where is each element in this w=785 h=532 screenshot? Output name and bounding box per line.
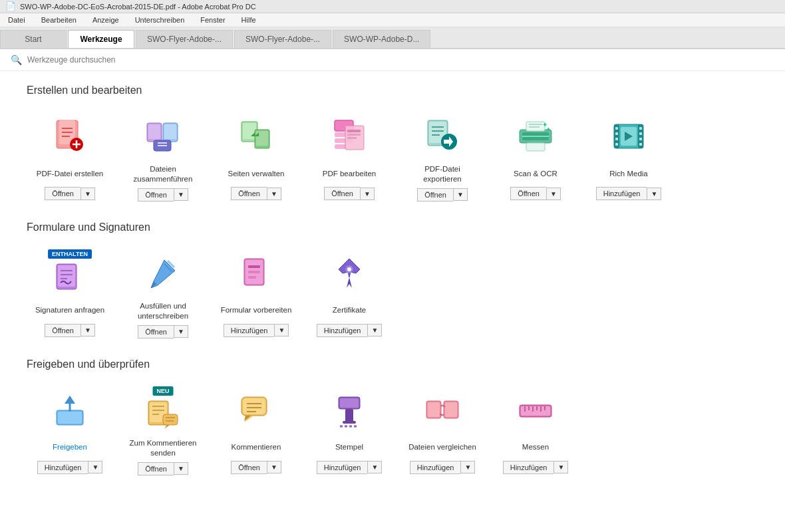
tool-vergleichen: Dateien vergleichen Hinzufügen ▼ — [399, 386, 486, 475]
menu-unterschreiben[interactable]: Unterschreiben — [132, 15, 188, 25]
tool-signaturen-arrow-btn[interactable]: ▼ — [80, 324, 95, 336]
tool-freigeben-icon-container — [46, 386, 94, 434]
tool-stempel-arrow-btn[interactable]: ▼ — [367, 461, 382, 473]
tool-ausfuellen-arrow-btn[interactable]: ▼ — [174, 325, 188, 338]
section-freigeben: Freigeben und überprüfen Freigeben — [27, 358, 758, 475]
tool-stempel-label: Stempel — [335, 438, 363, 457]
tool-zusammenfuehren-arrow-btn[interactable]: ▼ — [174, 188, 188, 201]
tool-rich-media-btn-group: Hinzufügen ▼ — [596, 187, 662, 200]
menu-datei[interactable]: Datei — [5, 15, 28, 25]
tool-kommentieren-senden-label: Zum Kommentierensenden — [130, 438, 197, 458]
svg-rect-26 — [347, 134, 361, 136]
tool-pdf-exportieren-icon-container — [418, 112, 466, 160]
search-input[interactable] — [27, 55, 227, 65]
signatures-icon — [51, 259, 88, 296]
tool-grid-formulare: ENTHALTEN Signaturen anfragen Öffnen ▼ — [27, 249, 758, 338]
tool-rich-media: Rich Media Hinzufügen ▼ — [585, 112, 672, 201]
tool-kommentieren-btn-group: Öffnen ▼ — [231, 461, 281, 474]
tool-pdf-erstellen-arrow-btn[interactable]: ▼ — [80, 188, 95, 200]
tool-formular-vorbereiten-arrow-btn[interactable]: ▼ — [274, 324, 289, 336]
tool-rich-media-add-btn[interactable]: Hinzufügen — [596, 187, 647, 200]
tool-ausfuellen-open-btn[interactable]: Öffnen — [138, 325, 174, 338]
tool-pdf-erstellen-open-btn[interactable]: Öffnen — [45, 187, 80, 200]
tool-formular-vorbereiten-add-btn[interactable]: Hinzufügen — [224, 324, 275, 337]
svg-marker-79 — [164, 425, 170, 429]
svg-rect-11 — [164, 124, 176, 139]
tool-signaturen-label: Signaturen anfragen — [35, 301, 104, 320]
tool-pdf-bearbeiten-btn-group: Öffnen ▼ — [324, 187, 375, 200]
title-text: SWO-WP-Adobe-DC-EoS-Acrobat-2015-DE.pdf … — [20, 3, 256, 11]
tool-freigeben-add-btn[interactable]: Hinzufügen — [37, 461, 88, 474]
tool-formular-vorbereiten: Formular vorbereiten Hinzufügen ▼ — [213, 249, 299, 338]
menu-fenster[interactable]: Fenster — [198, 15, 228, 25]
tool-kommentieren-label: Kommentieren — [232, 438, 281, 457]
tool-vergleichen-arrow-btn[interactable]: ▼ — [460, 461, 475, 473]
tool-zusammenfuehren: Dateienzusammenführen Öffnen ▼ — [120, 112, 206, 201]
svg-rect-47 — [615, 132, 618, 135]
menu-hilfe[interactable]: Hilfe — [239, 15, 259, 25]
tool-freigeben: Freigeben Hinzufügen ▼ — [27, 386, 113, 475]
tool-vergleichen-add-btn[interactable]: Hinzufügen — [410, 461, 461, 474]
tool-pdf-erstellen-btn-group: Öffnen ▼ — [45, 187, 95, 200]
tool-messen-arrow-btn[interactable]: ▼ — [553, 461, 568, 473]
measure-icon — [517, 392, 554, 429]
tool-zusammenfuehren-open-btn[interactable]: Öffnen — [138, 188, 174, 201]
tool-kommentieren: Kommentieren Öffnen ▼ — [213, 386, 299, 475]
tool-kommentieren-senden: NEU Zum Kommentier — [120, 386, 206, 475]
tab-bar: Start Werkzeuge SWO-Flyer-Adobe-... SWO-… — [0, 27, 785, 49]
tool-seiten-verwalten-arrow-btn[interactable]: ▼ — [267, 188, 281, 200]
form-prep-icon — [237, 255, 275, 292]
menu-bearbeiten[interactable]: Bearbeiten — [39, 15, 79, 25]
section-freigeben-title: Freigeben und überprüfen — [27, 358, 758, 373]
tool-pdf-exportieren-open-btn[interactable]: Öffnen — [417, 188, 453, 201]
tab-start[interactable]: Start — [0, 30, 67, 48]
share-icon — [51, 392, 88, 429]
tab-wp[interactable]: SWO-WP-Adobe-D... — [333, 30, 430, 48]
svg-rect-22 — [335, 144, 347, 149]
tool-pdf-bearbeiten-arrow-btn[interactable]: ▼ — [360, 188, 375, 200]
tool-signaturen-icon-container: ENTHALTEN — [46, 249, 94, 297]
tool-zertifikate-icon-container — [325, 249, 373, 297]
tool-messen-add-btn[interactable]: Hinzufügen — [503, 461, 554, 474]
tool-zertifikate-btn-group: Hinzufügen ▼ — [317, 324, 383, 337]
tab-flyer1[interactable]: SWO-Flyer-Adobe-... — [136, 30, 233, 48]
tool-zertifikate-add-btn[interactable]: Hinzufügen — [317, 324, 368, 337]
svg-rect-90 — [340, 398, 359, 408]
tool-pdf-exportieren-btn-group: Öffnen ▼ — [417, 188, 468, 201]
tool-ausfuellen-icon-container — [139, 249, 187, 297]
stamp-icon — [331, 392, 368, 429]
tool-kommentieren-senden-arrow-btn[interactable]: ▼ — [174, 462, 188, 475]
section-erstellen: Erstellen und bearbeiten PDF — [27, 84, 758, 201]
tab-flyer2[interactable]: SWO-Flyer-Adobe-... — [234, 30, 331, 48]
tool-stempel: Stempel Hinzufügen ▼ — [306, 386, 392, 475]
menu-bar: Datei Bearbeiten Anzeige Unterschreiben … — [0, 13, 785, 27]
fill-sign-icon — [144, 255, 182, 292]
tool-seiten-verwalten-btn-group: Öffnen ▼ — [231, 187, 281, 200]
svg-rect-65 — [248, 271, 260, 273]
tool-zertifikate-arrow-btn[interactable]: ▼ — [367, 324, 382, 336]
tool-messen-label: Messen — [522, 438, 549, 457]
tool-signaturen-open-btn[interactable]: Öffnen — [45, 324, 80, 337]
tool-freigeben-arrow-btn[interactable]: ▼ — [88, 461, 102, 473]
tool-stempel-icon-container — [325, 386, 373, 434]
tool-kommentieren-arrow-btn[interactable]: ▼ — [267, 461, 281, 473]
tool-formular-vorbereiten-label: Formular vorbereiten — [221, 301, 292, 320]
tool-stempel-add-btn[interactable]: Hinzufügen — [317, 461, 368, 474]
tool-scan-ocr-arrow-btn[interactable]: ▼ — [546, 188, 561, 200]
tool-formular-vorbereiten-icon-container — [232, 249, 280, 297]
tab-werkzeuge[interactable]: Werkzeuge — [68, 30, 134, 48]
tool-pdf-bearbeiten-open-btn[interactable]: Öffnen — [324, 187, 360, 200]
tool-kommentieren-senden-open-btn[interactable]: Öffnen — [138, 462, 174, 475]
tool-ausfuellen-btn-group: Öffnen ▼ — [138, 325, 188, 338]
tool-scan-ocr-open-btn[interactable]: Öffnen — [510, 187, 546, 200]
tool-pdf-exportieren-arrow-btn[interactable]: ▼ — [453, 188, 468, 201]
tool-pdf-erstellen: PDF-Datei erstellen Öffnen ▼ — [27, 112, 113, 201]
tool-kommentieren-open-btn[interactable]: Öffnen — [231, 461, 267, 474]
menu-anzeige[interactable]: Anzeige — [90, 15, 122, 25]
tool-seiten-verwalten-label: Seiten verwalten — [228, 164, 284, 183]
tool-vergleichen-btn-group: Hinzufügen ▼ — [410, 461, 476, 474]
pages-icon — [237, 118, 275, 155]
tool-rich-media-arrow-btn[interactable]: ▼ — [647, 188, 661, 200]
svg-rect-64 — [248, 265, 260, 268]
tool-seiten-verwalten-open-btn[interactable]: Öffnen — [231, 187, 267, 200]
